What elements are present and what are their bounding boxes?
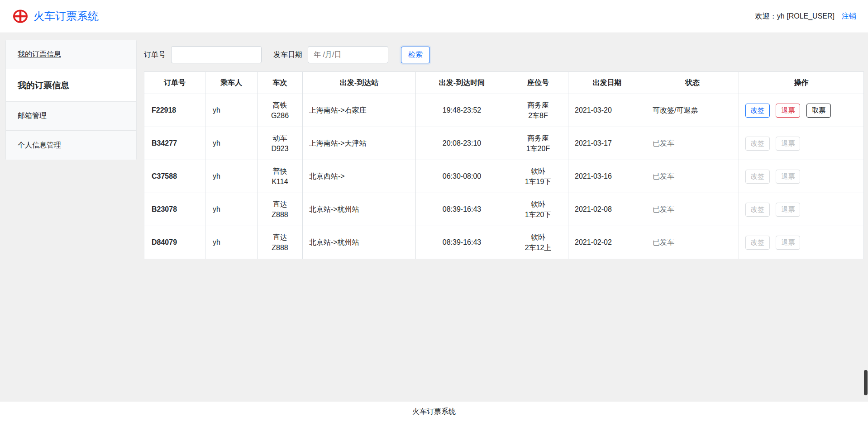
sidebar-item-my-bookings-link[interactable]: 我的订票信息 [6, 40, 136, 69]
status-text: 可改签/可退票 [646, 94, 739, 127]
sidebar-item-my-bookings-active[interactable]: 我的订票信息 [6, 69, 136, 102]
seat-cell: 商务座 2车8F [508, 94, 568, 127]
seat-class: 软卧 [508, 166, 568, 176]
refund-button-disabled: 退票 [776, 137, 800, 151]
search-button[interactable]: 检索 [401, 47, 430, 63]
train-number: K114 [258, 176, 302, 187]
refund-button-disabled: 退票 [776, 170, 800, 184]
sidebar-item-label: 个人信息管理 [18, 141, 61, 150]
sidebar-item-mailbox[interactable]: 邮箱管理 [6, 102, 136, 131]
train-type: 普快 [258, 166, 302, 176]
order-id: B34277 [144, 127, 205, 160]
departure-date: 2021-03-20 [568, 94, 646, 127]
modify-button-disabled: 改签 [745, 236, 770, 250]
order-id: C37588 [144, 160, 205, 193]
user-area: 欢迎：yh [ROLE_USER] 注销 [755, 12, 856, 21]
actions-cell: 改签 退票 [739, 160, 864, 193]
train-type: 动车 [258, 133, 302, 143]
refund-button-disabled: 退票 [776, 203, 800, 217]
time-range: 06:30-08:00 [416, 160, 508, 193]
modify-button-disabled: 改签 [745, 170, 770, 184]
modify-button-disabled: 改签 [745, 203, 770, 217]
sidebar-item-label: 邮箱管理 [18, 111, 47, 121]
sidebar-item-label: 我的订票信息 [18, 50, 61, 59]
train-cell: 直达 Z888 [258, 226, 303, 259]
brand-link[interactable]: 火车订票系统 [13, 9, 99, 24]
departure-date-label: 发车日期 [273, 50, 302, 60]
table-row: C37588 yh 普快 K114 北京西站-> 06:30-08:00 软卧 … [144, 160, 864, 193]
modify-button[interactable]: 改签 [745, 104, 770, 118]
footer: 火车订票系统 [0, 402, 868, 422]
vertical-scrollbar-thumb[interactable] [864, 370, 868, 395]
train-number: Z888 [258, 209, 302, 220]
seat-class: 商务座 [508, 100, 568, 110]
content: 订单号 发车日期 检索 订单号 乘车人 车次 出发-到达站 出发-到达时间 座位… [144, 40, 863, 259]
time-range: 19:48-23:52 [416, 94, 508, 127]
departure-date-input[interactable] [308, 46, 388, 63]
table-row: F22918 yh 高铁 G286 上海南站->石家庄 19:48-23:52 … [144, 94, 864, 127]
main-area: 我的订票信息 我的订票信息 邮箱管理 个人信息管理 订单号 发车日期 检索 [0, 33, 868, 259]
time-range: 20:08-23:10 [416, 127, 508, 160]
seat-number: 1车20下 [508, 209, 568, 220]
sidebar-item-profile[interactable]: 个人信息管理 [6, 131, 136, 160]
welcome-prefix: 欢迎： [755, 12, 777, 20]
table-row: B34277 yh 动车 D923 上海南站->天津站 20:08-23:10 … [144, 127, 864, 160]
order-id: F22918 [144, 94, 205, 127]
train-cell: 高铁 G286 [258, 94, 303, 127]
col-header-date: 出发日期 [568, 72, 646, 94]
col-header-time: 出发-到达时间 [416, 72, 508, 94]
passenger: yh [205, 160, 258, 193]
search-bar: 订单号 发车日期 检索 [144, 46, 863, 63]
seat-cell: 商务座 1车20F [508, 127, 568, 160]
col-header-actions: 操作 [739, 72, 864, 94]
time-range: 08:39-16:43 [416, 226, 508, 259]
topbar: 火车订票系统 欢迎：yh [ROLE_USER] 注销 [0, 0, 868, 33]
refund-button[interactable]: 退票 [776, 104, 800, 118]
status-text: 已发车 [646, 226, 739, 259]
col-header-order-id: 订单号 [144, 72, 205, 94]
actions-cell: 改签 退票 取票 [739, 94, 864, 127]
departure-date: 2021-02-08 [568, 193, 646, 226]
route: 北京站->杭州站 [303, 193, 416, 226]
modify-button-disabled: 改签 [745, 137, 770, 151]
seat-class: 商务座 [508, 133, 568, 143]
order-number-input[interactable] [171, 46, 262, 63]
route: 上海南站->石家庄 [303, 94, 416, 127]
train-type: 直达 [258, 199, 302, 209]
col-header-route: 出发-到达站 [303, 72, 416, 94]
departure-date: 2021-03-17 [568, 127, 646, 160]
train-cell: 动车 D923 [258, 127, 303, 160]
sidebar-item-label: 我的订票信息 [18, 80, 69, 91]
route: 上海南站->天津站 [303, 127, 416, 160]
seat-cell: 软卧 1车20下 [508, 193, 568, 226]
order-id: B23078 [144, 193, 205, 226]
passenger: yh [205, 193, 258, 226]
tickets-table: 订单号 乘车人 车次 出发-到达站 出发-到达时间 座位号 出发日期 状态 操作… [144, 71, 864, 259]
railway-logo-icon [13, 9, 28, 24]
passenger: yh [205, 94, 258, 127]
refund-button-disabled: 退票 [776, 236, 800, 250]
footer-text: 火车订票系统 [412, 407, 456, 417]
col-header-passenger: 乘车人 [205, 72, 258, 94]
train-number: G286 [258, 110, 302, 121]
order-id: D84079 [144, 226, 205, 259]
order-number-label: 订单号 [144, 50, 166, 60]
collect-ticket-button[interactable]: 取票 [806, 104, 831, 118]
status-text: 已发车 [646, 127, 739, 160]
actions-cell: 改签 退票 [739, 127, 864, 160]
logout-link[interactable]: 注销 [842, 12, 856, 21]
col-header-train: 车次 [258, 72, 303, 94]
col-header-seat: 座位号 [508, 72, 568, 94]
departure-date: 2021-03-16 [568, 160, 646, 193]
seat-class: 软卧 [508, 199, 568, 209]
passenger: yh [205, 127, 258, 160]
train-type: 高铁 [258, 100, 302, 110]
train-type: 直达 [258, 232, 302, 242]
sidebar: 我的订票信息 我的订票信息 邮箱管理 个人信息管理 [5, 40, 137, 160]
seat-number: 1车19下 [508, 176, 568, 187]
table-row: B23078 yh 直达 Z888 北京站->杭州站 08:39-16:43 软… [144, 193, 864, 226]
seat-class: 软卧 [508, 232, 568, 242]
route: 北京西站-> [303, 160, 416, 193]
departure-date: 2021-02-02 [568, 226, 646, 259]
train-cell: 普快 K114 [258, 160, 303, 193]
